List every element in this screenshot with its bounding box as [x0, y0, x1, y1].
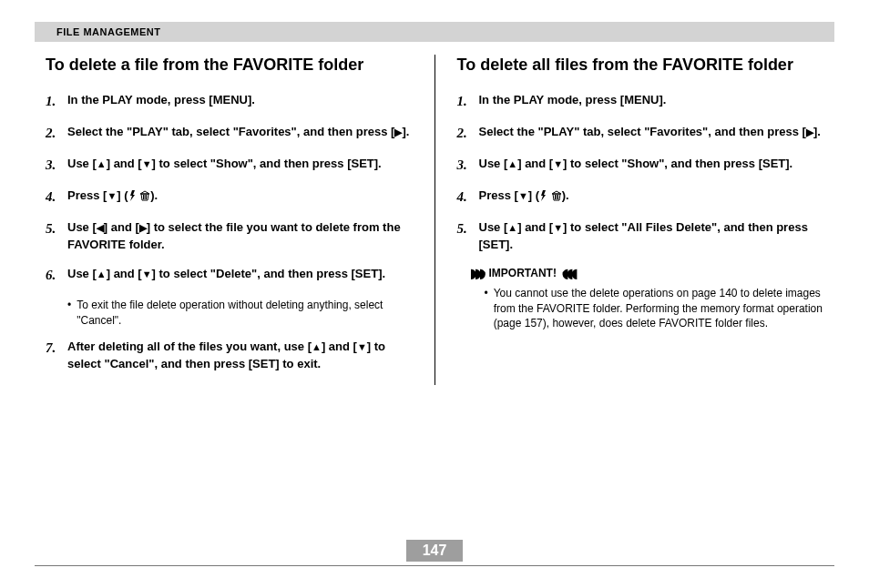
text-fragment: ] to select "Show", and then press [SET]…: [152, 157, 382, 170]
right-column: To delete all files from the FAVORITE fo…: [441, 55, 841, 385]
step-4: 4. Press [▼] ( ).: [457, 188, 824, 207]
text-fragment: Select the "PLAY" tab, select "Favorites…: [479, 125, 806, 138]
step-text: In the PLAY mode, press [MENU].: [479, 92, 824, 111]
down-arrow-icon: ▼: [142, 268, 152, 281]
text-fragment: ] to select "Show", and then press [SET]…: [563, 157, 792, 170]
step-text: In the PLAY mode, press [MENU].: [67, 92, 413, 111]
important-note: • You cannot use the delete operations o…: [485, 286, 824, 331]
step-2: 2. Select the "PLAY" tab, select "Favori…: [46, 124, 413, 143]
down-arrow-icon: ▼: [107, 189, 117, 203]
important-heading: ◗◗◗ IMPORTANT! ◖◖◖: [470, 266, 824, 280]
note-text: To exit the file delete operation withou…: [77, 298, 412, 329]
step-number: 7.: [46, 339, 64, 371]
step-text: Press [▼] ( ).: [479, 188, 824, 207]
step-number: 4.: [457, 188, 475, 207]
up-arrow-icon: ▲: [507, 221, 517, 235]
step-number: 3.: [457, 156, 475, 175]
step-number: 3.: [46, 156, 64, 175]
up-arrow-icon: ▲: [97, 157, 107, 171]
text-fragment: ] and [: [107, 157, 142, 170]
step-1: 1. In the PLAY mode, press [MENU].: [457, 92, 824, 111]
step-text: Press [▼] ( ).: [67, 188, 413, 207]
text-fragment: ] and [: [322, 340, 357, 353]
step-6-note: • To exit the file delete operation with…: [67, 298, 413, 329]
down-arrow-icon: ▼: [518, 189, 528, 203]
content-columns: To delete a file from the FAVORITE folde…: [29, 55, 840, 385]
text-fragment: ).: [150, 188, 158, 202]
important-label: IMPORTANT!: [489, 267, 557, 279]
step-number: 2.: [46, 124, 64, 143]
text-fragment: ].: [402, 125, 409, 138]
up-arrow-icon: ▲: [312, 340, 322, 354]
right-arrow-icon: ▶: [139, 221, 147, 235]
trash-icon: [139, 188, 150, 202]
step-number: 2.: [457, 124, 475, 143]
step-5: 5. Use [▲] and [▼] to select "All Files …: [457, 219, 824, 252]
step-text: After deleting all of the files you want…: [67, 339, 413, 371]
step-2: 2. Select the "PLAY" tab, select "Favori…: [457, 124, 824, 143]
step-number: 5.: [46, 219, 64, 252]
text-fragment: Use [: [67, 220, 97, 234]
text-fragment: ] (: [528, 188, 539, 202]
step-1: 1. In the PLAY mode, press [MENU].: [46, 92, 413, 111]
step-number: 1.: [457, 92, 475, 111]
text-fragment: Use [: [479, 157, 508, 170]
text-fragment: Select the "PLAY" tab, select "Favorites…: [67, 125, 394, 138]
page-footer: 147: [0, 540, 869, 566]
section-header-bar: FILE MANAGEMENT: [35, 22, 834, 42]
step-text: Use [▲] and [▼] to select "Show", and th…: [479, 156, 824, 175]
right-arrow-icon: ▶: [806, 126, 813, 139]
bullet-icon: •: [67, 298, 71, 329]
important-right-marker-icon: ◖◖◖: [562, 266, 576, 280]
text-fragment: ] and [: [107, 267, 142, 280]
step-3: 3. Use [▲] and [▼] to select "Show", and…: [457, 156, 824, 175]
step-number: 1.: [46, 92, 64, 111]
step-4: 4. Press [▼] ( ).: [46, 188, 413, 207]
step-text: Use [◀] and [▶] to select the file you w…: [67, 219, 413, 252]
step-text: Select the "PLAY" tab, select "Favorites…: [67, 124, 413, 143]
text-fragment: ] and [: [517, 220, 553, 234]
text-fragment: After deleting all of the files you want…: [67, 340, 312, 353]
down-arrow-icon: ▼: [553, 221, 563, 235]
step-text: Select the "PLAY" tab, select "Favorites…: [479, 124, 824, 143]
left-arrow-icon: ◀: [97, 221, 104, 235]
left-steps-cont: 7. After deleting all of the files you w…: [46, 339, 413, 371]
down-arrow-icon: ▼: [357, 340, 367, 354]
step-text: Use [▲] and [▼] to select "All Files Del…: [479, 219, 824, 252]
text-fragment: ].: [813, 125, 821, 138]
footer-rule: [35, 565, 834, 566]
text-fragment: Use [: [479, 220, 508, 234]
important-note-text: You cannot use the delete operations on …: [494, 286, 823, 331]
text-fragment: ] and [: [517, 157, 553, 170]
step-number: 5.: [457, 219, 475, 252]
right-steps: 1. In the PLAY mode, press [MENU]. 2. Se…: [457, 92, 824, 252]
text-fragment: Use [: [67, 267, 97, 280]
manual-page: FILE MANAGEMENT To delete a file from th…: [0, 0, 869, 588]
step-5: 5. Use [◀] and [▶] to select the file yo…: [46, 219, 413, 252]
bullet-icon: •: [485, 286, 488, 331]
step-3: 3. Use [▲] and [▼] to select "Show", and…: [46, 156, 413, 175]
up-arrow-icon: ▲: [507, 157, 517, 171]
text-fragment: Press [: [67, 188, 107, 202]
left-steps: 1. In the PLAY mode, press [MENU]. 2. Se…: [46, 92, 413, 284]
text-fragment: Use [: [67, 157, 97, 170]
text-fragment: ] to select "Delete", and then press [SE…: [152, 267, 386, 280]
step-number: 4.: [46, 188, 64, 207]
right-title: To delete all files from the FAVORITE fo…: [457, 55, 824, 76]
down-arrow-icon: ▼: [553, 157, 563, 171]
text-fragment: ] (: [117, 188, 128, 202]
step-number: 6.: [46, 266, 64, 285]
flash-icon: [128, 188, 137, 202]
down-arrow-icon: ▼: [142, 157, 152, 171]
section-header-text: FILE MANAGEMENT: [56, 26, 160, 37]
page-number: 147: [406, 540, 464, 562]
text-fragment: ).: [562, 188, 569, 202]
flash-icon: [539, 188, 547, 202]
step-text: Use [▲] and [▼] to select "Delete", and …: [67, 266, 413, 285]
step-text: Use [▲] and [▼] to select "Show", and th…: [67, 156, 413, 175]
column-divider: [434, 55, 435, 385]
left-column: To delete a file from the FAVORITE folde…: [29, 55, 429, 385]
text-fragment: Press [: [479, 188, 518, 202]
important-left-marker-icon: ◗◗◗: [470, 266, 484, 280]
trash-icon: [551, 188, 562, 202]
